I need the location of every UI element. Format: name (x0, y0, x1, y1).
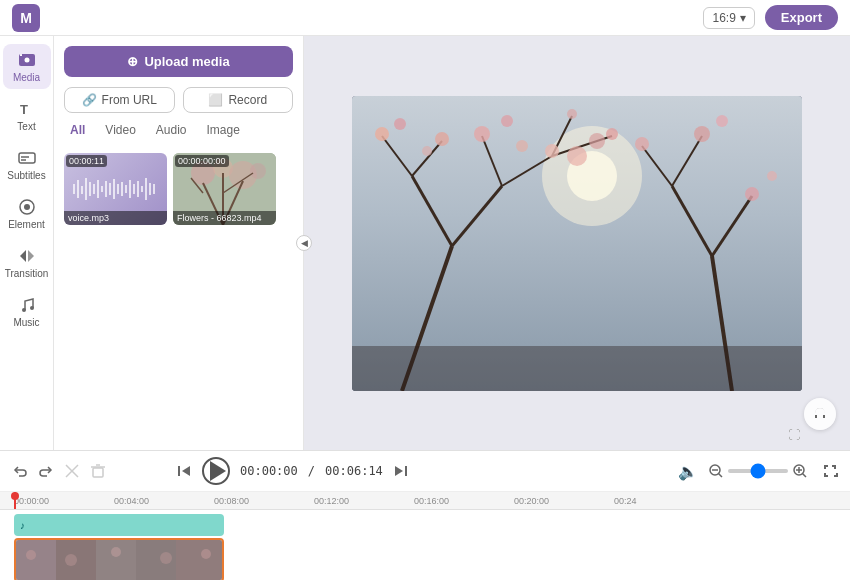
zoom-in-icon (792, 463, 808, 479)
top-bar-right: 16:9 ▾ Export (703, 5, 838, 30)
svg-rect-12 (77, 180, 79, 198)
svg-point-62 (422, 146, 432, 156)
zoom-in-button[interactable] (792, 463, 808, 479)
svg-point-65 (516, 140, 528, 152)
zoom-out-icon (708, 463, 724, 479)
ruler-mark-2: 00:08:00 (214, 496, 249, 506)
svg-point-72 (745, 187, 759, 201)
export-button[interactable]: Export (765, 5, 838, 30)
sidebar-item-transition-label: Transition (5, 268, 49, 279)
video-duration: 00:00:00:00 (175, 155, 229, 167)
svg-line-88 (719, 474, 723, 478)
svg-rect-23 (121, 182, 123, 196)
ruler-mark-0: 00:00:00 (14, 496, 49, 506)
cut-icon (64, 463, 80, 479)
svg-rect-13 (81, 186, 83, 194)
timeline-controls: 00:00:00 / 00:06:14 🔈 (0, 451, 850, 492)
expand-button[interactable]: ⛶ (788, 428, 800, 442)
svg-point-75 (589, 133, 605, 149)
svg-point-73 (767, 171, 777, 181)
svg-point-67 (567, 109, 577, 119)
svg-rect-99 (176, 540, 224, 580)
cut-button[interactable] (64, 463, 80, 479)
svg-point-103 (160, 552, 172, 564)
svg-rect-4 (19, 153, 35, 163)
filter-video[interactable]: Video (99, 121, 141, 139)
svg-point-63 (474, 126, 490, 142)
sidebar-item-subtitles[interactable]: Subtitles (3, 142, 51, 187)
record-button[interactable]: ⬜ Record (183, 87, 294, 113)
svg-point-70 (694, 126, 710, 142)
zoom-out-button[interactable] (708, 463, 724, 479)
svg-point-71 (716, 115, 728, 127)
svg-rect-27 (137, 181, 139, 197)
scene-svg (352, 96, 802, 391)
audio-track[interactable]: ♪ (14, 514, 224, 536)
link-icon: 🔗 (82, 93, 97, 107)
preview-video-inner (352, 96, 802, 391)
aspect-ratio-button[interactable]: 16:9 ▾ (703, 7, 754, 29)
filter-audio[interactable]: Audio (150, 121, 193, 139)
svg-line-91 (803, 474, 807, 478)
svg-point-64 (501, 115, 513, 127)
record-icon: ⬜ (208, 93, 223, 107)
from-url-button[interactable]: 🔗 From URL (64, 87, 175, 113)
main-area: Media T Text Subtitles Element (0, 36, 850, 450)
svg-point-104 (201, 549, 211, 559)
media-item-video[interactable]: 00:00:00:00 Flowers - 66823.mp4 (173, 153, 276, 225)
redo-button[interactable] (38, 463, 54, 479)
skip-back-button[interactable] (176, 463, 192, 479)
svg-point-68 (606, 128, 618, 140)
sidebar-item-text[interactable]: T Text (3, 93, 51, 138)
sidebar-item-media-label: Media (13, 72, 40, 83)
media-item-audio[interactable]: 00:00:11 voice.mp3 (64, 153, 167, 225)
timeline-track-area: 00:00:00 00:04:00 00:08:00 00:12:00 00:1… (0, 492, 850, 580)
sidebar-item-media[interactable]: Media (3, 44, 51, 89)
upload-media-button[interactable]: ⊕ Upload media (64, 46, 293, 77)
svg-rect-21 (113, 179, 115, 199)
upload-media-label: Upload media (144, 54, 229, 69)
ruler-mark-4: 00:16:00 (414, 496, 449, 506)
video-track-thumbnail (16, 540, 222, 580)
zoom-slider[interactable] (728, 469, 788, 473)
video-track[interactable] (14, 538, 224, 580)
filter-all[interactable]: All (64, 121, 91, 139)
ruler-mark-1: 00:04:00 (114, 496, 149, 506)
delete-button[interactable] (90, 463, 106, 479)
audio-name: voice.mp3 (64, 211, 167, 225)
svg-point-60 (394, 118, 406, 130)
element-icon (17, 197, 37, 217)
sidebar-item-text-label: Text (17, 121, 35, 132)
svg-rect-25 (129, 180, 131, 198)
undo-button[interactable] (12, 463, 28, 479)
current-time: 00:00:00 (240, 464, 298, 478)
sidebar-item-music[interactable]: Music (3, 289, 51, 334)
headphone-icon (812, 406, 828, 422)
panel-collapse-button[interactable]: ◀ (296, 235, 312, 251)
svg-point-102 (111, 547, 121, 557)
chevron-down-icon: ▾ (740, 11, 746, 25)
svg-rect-19 (105, 181, 107, 197)
music-icon (17, 295, 37, 315)
skip-forward-button[interactable] (393, 463, 409, 479)
fullscreen-icon (822, 463, 838, 479)
sidebar-item-music-label: Music (13, 317, 39, 328)
ruler-mark-3: 00:12:00 (314, 496, 349, 506)
svg-point-100 (26, 550, 36, 560)
filter-image[interactable]: Image (201, 121, 246, 139)
fullscreen-button[interactable] (822, 463, 838, 479)
tracks: ♪ (0, 510, 850, 580)
headphone-button[interactable] (804, 398, 836, 430)
play-button[interactable] (202, 457, 230, 485)
undo-icon (12, 463, 28, 479)
app-logo: M (12, 4, 40, 32)
zoom-row (708, 463, 808, 479)
sidebar-item-transition[interactable]: Transition (3, 240, 51, 285)
preview-area: ◀ ⛶ (304, 36, 850, 450)
svg-marker-84 (210, 461, 226, 481)
waveform-svg (71, 174, 161, 204)
sidebar-item-element[interactable]: Element (3, 191, 51, 236)
preview-video (352, 96, 802, 391)
audio-track-icon: ♪ (20, 520, 25, 531)
media-panel: ⊕ Upload media 🔗 From URL ⬜ Record All V… (54, 36, 304, 450)
